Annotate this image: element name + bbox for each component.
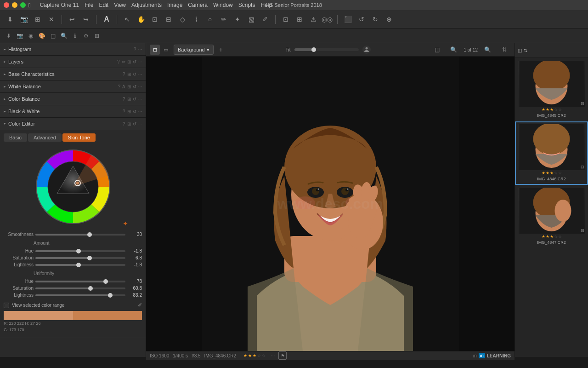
keystone-tool[interactable]: ◇ [176,13,189,26]
menu-file[interactable]: File [85,2,93,8]
filmstrip-item-2[interactable]: ⊟ ★ ★ ★ ☆ ☆ IMG_4846.CR2 [515,121,588,185]
grid-view-icon[interactable]: ⊞ [150,45,160,55]
rp-compare-icon[interactable]: ◫ [518,48,522,53]
base-reset-icon[interactable]: ↺ [133,72,136,77]
uniformity-lightness-slider[interactable] [35,294,125,296]
star-3[interactable]: ★ [253,353,256,358]
filmstrip-item-1[interactable]: ⊟ ★ ★ ★ ☆ ☆ IMG_4845.CR2 [515,58,588,121]
bw-copy-icon[interactable]: ⊞ [127,109,131,114]
wb-help-icon[interactable]: ? [118,84,120,89]
smoothness-slider[interactable] [35,234,125,236]
cb-copy-icon[interactable]: ⊞ [127,97,131,102]
filmstrip-item-3[interactable]: ⊟ ★ ★ ★ ☆ ☆ IMG_4847.CR2 [515,185,588,248]
zoom-slider[interactable] [294,48,359,51]
swatch-1[interactable] [4,311,73,320]
import-button[interactable]: ⬇ [4,13,17,26]
camera-button[interactable]: 📷 [17,13,30,26]
skin-tone-icon[interactable]: ✦ [123,220,128,227]
panel-tab-color[interactable]: 🎨 [37,31,47,41]
star-2[interactable]: ★ [248,353,252,358]
rp-sort-icon[interactable]: ⇅ [524,48,527,53]
pan-tool[interactable]: ✋ [135,13,147,26]
panel-tab-info[interactable]: ℹ [70,31,80,41]
star-1[interactable]: ★ [243,353,247,358]
layers-menu-icon[interactable]: ··· [138,59,142,64]
panel-tab-lens[interactable]: ◫ [48,31,58,41]
grid-overlay-button[interactable]: ⊞ [293,13,306,26]
amount-saturation-slider[interactable] [35,257,125,259]
layer-dropdown[interactable]: Background ▾ [174,45,214,55]
amount-hue-slider[interactable] [35,250,125,252]
bw-menu-icon[interactable]: ··· [138,109,142,114]
menu-scripts[interactable]: Scripts [238,2,255,8]
fit-label[interactable]: Fit [286,47,291,52]
wb-copy-icon[interactable]: ⊞ [127,84,131,89]
menu-edit[interactable]: Edit [99,2,108,8]
star-4[interactable]: ☆ [257,353,261,358]
ce-reset-icon[interactable]: ↺ [133,121,136,126]
tab-skin-tone[interactable]: Skin Tone [62,133,96,142]
warning-button[interactable]: ⚠ [307,13,320,26]
layers-header[interactable]: ▸ Layers ? ✏ ⊞ ↺ ··· [0,56,146,68]
histogram-header[interactable]: ▸ Histogram ? ··· [0,43,146,55]
bw-reset-icon[interactable]: ↺ [133,109,136,114]
color-editor-header[interactable]: ▸ Color Editor ? ⊞ ↺ ··· [0,118,146,130]
brush-tool[interactable]: ✏ [217,13,230,26]
wb-menu-icon[interactable]: ··· [138,84,142,89]
panel-tab-camera[interactable]: 📷 [15,31,25,41]
base-characteristics-header[interactable]: ▸ Base Characteristics ? ⊞ ↺ ··· [0,68,146,80]
image-area[interactable]: www.desc.com [146,57,514,351]
minimize-button[interactable] [12,2,17,8]
ce-help-icon[interactable]: ? [123,121,125,126]
search-button[interactable]: 🔍 [481,43,494,56]
layers-edit-icon[interactable]: ✏ [122,59,125,64]
tab-advanced[interactable]: Advanced [28,133,62,142]
eyedropper-icon[interactable]: ✐ [138,302,142,308]
tab-basic[interactable]: Basic [4,133,27,142]
wb-reset-icon[interactable]: ↺ [133,84,136,89]
layers-reset-icon[interactable]: ↺ [133,59,136,64]
menu-window[interactable]: Window [213,2,233,8]
settings-button[interactable]: ⊕ [383,13,396,26]
panel-tab-batch[interactable]: ⊞ [92,31,102,41]
flag-button[interactable]: ⚑ [278,351,287,360]
loupe-button[interactable]: ◎◎ [321,13,334,26]
layers-help-icon[interactable]: ? [117,59,120,64]
uniformity-hue-slider[interactable] [35,281,125,282]
color-wheel[interactable] [32,145,114,228]
text-tool[interactable]: A [100,13,113,26]
bw-help-icon[interactable]: ? [123,109,125,114]
color-balance-header[interactable]: ▸ Color Balance ? ⊞ ↺ ··· [0,93,146,105]
base-menu-icon[interactable]: ··· [138,72,142,77]
star-5[interactable]: ☆ [262,353,266,358]
more-icon[interactable]: ··· [271,353,275,358]
cb-reset-icon[interactable]: ↺ [133,97,136,102]
browse-button[interactable]: ⊞ [31,13,44,26]
ce-menu-icon[interactable]: ··· [138,121,142,126]
histogram-help-icon[interactable]: ? [134,47,136,52]
add-layer-button[interactable]: + [216,45,226,54]
crop-tool[interactable]: ⊡ [148,13,161,26]
compare-button[interactable]: ◫ [430,43,443,56]
straighten-tool[interactable]: ⊟ [162,13,175,26]
rotate-right-button[interactable]: ↻ [369,13,382,26]
maximize-button[interactable] [20,2,26,8]
base-copy-icon[interactable]: ⊞ [127,72,131,77]
rotate-left-button[interactable]: ↺ [355,13,368,26]
gradient-tool[interactable]: ✦ [231,13,244,26]
panel-tab-import[interactable]: ⬇ [4,31,14,41]
black-white-header[interactable]: ▸ Black & White ? ⊞ ↺ ··· [0,105,146,117]
uniformity-saturation-slider[interactable] [35,288,125,289]
panel-tab-details[interactable]: 🔍 [59,31,69,41]
swatch-2[interactable] [73,311,142,320]
delete-button[interactable]: ✕ [45,13,58,26]
single-view-icon[interactable]: ▭ [161,45,171,55]
histogram-menu-icon[interactable]: ··· [138,47,142,52]
layers-copy-icon[interactable]: ⊞ [127,59,131,64]
lines-tool[interactable]: ⌇ [190,13,203,26]
cb-help-icon[interactable]: ? [123,97,125,102]
mask-tool[interactable]: ▧ [245,13,258,26]
base-help-icon[interactable]: ? [123,72,125,77]
wb-auto-icon[interactable]: A [122,84,125,89]
process-button[interactable]: ⬛ [341,13,354,26]
